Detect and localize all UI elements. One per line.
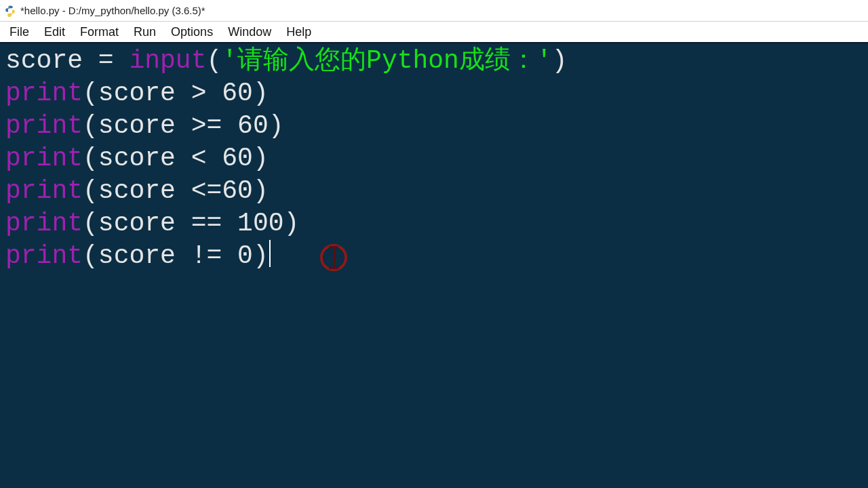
token-op: >: [176, 79, 222, 108]
code-line: print(score >= 60): [5, 110, 863, 142]
code-line: print(score < 60): [5, 142, 863, 175]
titlebar: *hello.py - D:/my_python/hello.py (3.6.5…: [0, 0, 868, 22]
token-num: 60: [237, 111, 269, 140]
token-name: score: [98, 79, 176, 108]
token-num: 60: [222, 144, 253, 173]
menu-edit[interactable]: Edit: [37, 23, 72, 41]
token-op: ): [253, 144, 269, 173]
menu-options[interactable]: Options: [164, 23, 220, 41]
token-op: (: [83, 144, 98, 173]
menu-file[interactable]: File: [3, 23, 36, 41]
menu-window[interactable]: Window: [221, 23, 278, 41]
token-name: score: [98, 209, 176, 238]
token-op: ): [552, 46, 568, 75]
code-line: print(score != 0): [5, 240, 863, 272]
token-op: <: [176, 144, 222, 173]
token-op: ): [253, 241, 269, 270]
python-idle-icon: [4, 5, 16, 17]
token-num: 100: [237, 209, 283, 238]
token-op: >=: [176, 111, 237, 140]
token-op: !=: [176, 241, 237, 270]
token-op: ): [269, 111, 284, 140]
token-op: (: [83, 209, 98, 238]
code-content: score = input('请输入您的Python成绩：')print(sco…: [5, 45, 863, 272]
token-str: '请输入您的Python成绩：': [222, 46, 551, 75]
token-name: score: [98, 176, 176, 205]
menu-run[interactable]: Run: [127, 23, 163, 41]
token-name: score: [98, 241, 176, 270]
token-builtin: print: [5, 176, 83, 205]
token-num: 0: [237, 241, 253, 270]
token-op: (: [83, 176, 98, 205]
token-name: score: [5, 46, 83, 75]
token-builtin: input: [129, 46, 206, 75]
window-title: *hello.py - D:/my_python/hello.py (3.6.5…: [20, 5, 205, 16]
code-line: print(score == 100): [5, 207, 863, 240]
code-line: print(score > 60): [5, 77, 863, 110]
token-op: (: [83, 111, 98, 140]
token-name: score: [98, 144, 176, 173]
token-op: ==: [176, 209, 237, 238]
menubar: File Edit Format Run Options Window Help: [0, 22, 868, 43]
token-op: ): [253, 176, 269, 205]
code-line: score = input('请输入您的Python成绩：'): [5, 45, 863, 77]
token-builtin: print: [5, 144, 83, 173]
token-op: <=: [176, 176, 222, 205]
token-op: (: [206, 46, 222, 75]
token-builtin: print: [5, 241, 83, 270]
code-editor[interactable]: score = input('请输入您的Python成绩：')print(sco…: [0, 43, 868, 488]
token-op: (: [83, 241, 98, 270]
text-caret: [269, 240, 271, 267]
token-num: 60: [222, 79, 253, 108]
token-builtin: print: [5, 111, 83, 140]
token-num: 60: [222, 176, 253, 205]
menu-format[interactable]: Format: [73, 23, 125, 41]
token-op: ): [253, 79, 269, 108]
token-name: score: [98, 111, 176, 140]
svg-point-1: [12, 14, 12, 15]
token-op: ): [284, 209, 300, 238]
token-builtin: print: [5, 209, 83, 238]
menu-help[interactable]: Help: [279, 23, 318, 41]
token-builtin: print: [5, 79, 83, 108]
svg-point-0: [8, 6, 9, 7]
token-op: =: [83, 46, 129, 75]
code-line: print(score <=60): [5, 175, 863, 207]
token-op: (: [83, 79, 98, 108]
